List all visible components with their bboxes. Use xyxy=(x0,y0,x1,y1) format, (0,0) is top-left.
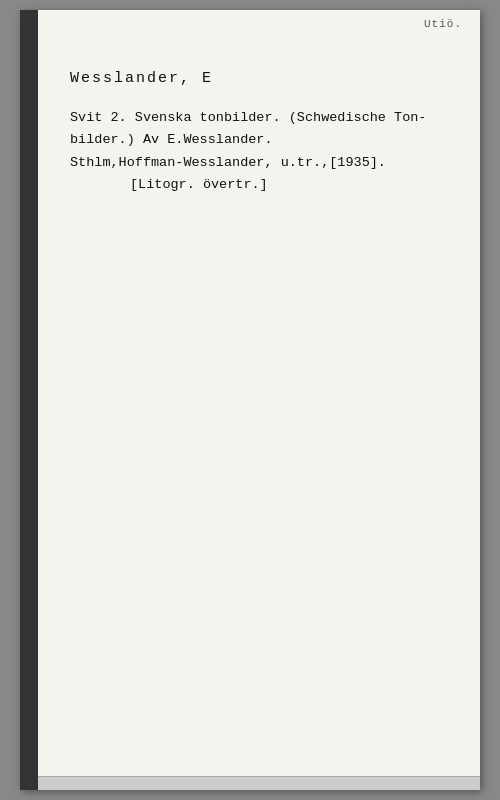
catalog-line-4: [Litogr. övertr.] xyxy=(130,174,450,196)
catalog-line-3: Sthlm,Hoffman-Wesslander, u.tr.,[1935]. xyxy=(70,152,450,174)
catalog-body: Svit 2. Svenska tonbilder. (Schwedische … xyxy=(70,107,450,196)
left-border-decoration xyxy=(20,10,38,790)
catalog-line-1: Svit 2. Svenska tonbilder. (Schwedische … xyxy=(70,107,450,129)
catalog-line-2: bilder.) Av E.Wesslander. xyxy=(70,129,450,151)
main-content: Wesslander, E Svit 2. Svenska tonbilder.… xyxy=(70,40,450,196)
catalog-heading: Wesslander, E xyxy=(70,70,450,87)
bottom-border-decoration xyxy=(38,776,480,790)
top-right-annotation: Utiö. xyxy=(424,18,462,30)
catalog-page: Utiö. Wesslander, E Svit 2. Svenska tonb… xyxy=(20,10,480,790)
